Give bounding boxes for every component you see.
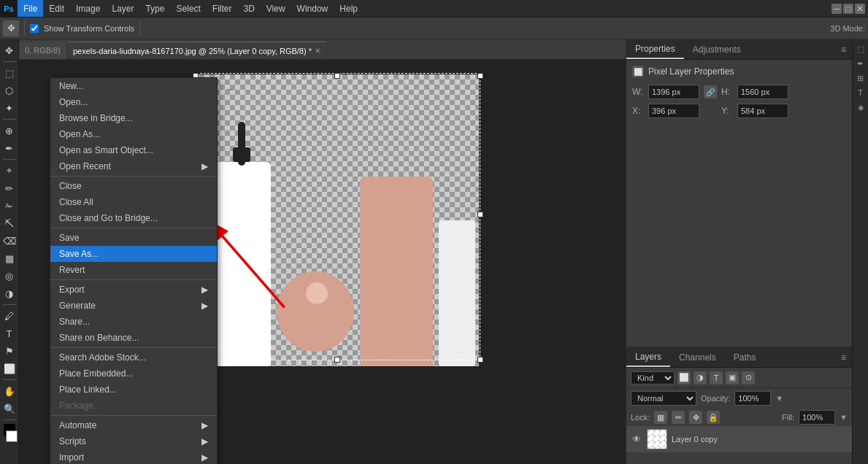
menu-item-automate[interactable]: Automate▶ <box>50 417 217 433</box>
lock-position-btn[interactable]: ✥ <box>689 411 702 424</box>
h-input[interactable] <box>737 85 788 99</box>
menu-item-share-behance[interactable]: Share on Behance... <box>50 330 217 346</box>
fill-arrow[interactable]: ▼ <box>840 413 848 422</box>
menu-item-save[interactable]: Save <box>50 230 217 246</box>
maximize-button[interactable]: □ <box>843 4 853 14</box>
menu-filter[interactable]: Filter <box>207 0 238 17</box>
transform-controls-checkbox[interactable] <box>30 24 39 33</box>
tool-move[interactable]: ✥ <box>1 42 18 58</box>
layers-filter-pixel[interactable]: ⬜ <box>677 371 691 384</box>
side-icon-3[interactable]: ⊞ <box>854 71 867 85</box>
tool-pen[interactable]: 🖊 <box>1 308 18 324</box>
side-icon-1[interactable]: ⬚ <box>854 42 867 55</box>
tab-channels[interactable]: Channels <box>670 347 725 367</box>
menu-item-generate[interactable]: Generate▶ <box>50 298 217 314</box>
tab-layers[interactable]: Layers <box>626 347 670 367</box>
tool-eyedropper[interactable]: ✒ <box>1 140 18 156</box>
selection-handle-br[interactable] <box>477 357 483 363</box>
tool-blur[interactable]: ◎ <box>1 268 18 284</box>
side-icon-5[interactable]: ◈ <box>854 101 867 114</box>
tool-lasso[interactable]: ⬡ <box>1 82 18 98</box>
w-input[interactable] <box>648 85 699 99</box>
selection-handle-mr[interactable] <box>477 212 483 217</box>
selection-handle-bm[interactable] <box>334 357 340 363</box>
tab-adjustments[interactable]: Adjustments <box>684 39 750 59</box>
tool-eraser[interactable]: ⌫ <box>1 233 18 249</box>
menu-item-open-recent[interactable]: Open Recent▶ <box>50 158 217 174</box>
minimize-button[interactable]: ─ <box>831 4 842 14</box>
tool-gradient[interactable]: ▦ <box>1 250 18 266</box>
tool-brush[interactable]: ✏ <box>1 180 18 196</box>
layer-visibility-btn[interactable]: 👁 <box>631 433 642 445</box>
menu-help[interactable]: Help <box>334 0 364 17</box>
selection-handle-tm[interactable] <box>334 73 340 79</box>
menu-item-close-all[interactable]: Close All <box>50 194 217 210</box>
properties-panel-menu[interactable]: ≡ <box>835 45 852 55</box>
y-input[interactable] <box>737 104 788 118</box>
menu-item-scripts[interactable]: Scripts▶ <box>50 433 217 449</box>
menu-view[interactable]: View <box>261 0 291 17</box>
tool-path[interactable]: ⚑ <box>1 343 18 359</box>
layers-filter-type[interactable]: T <box>710 371 723 384</box>
x-input[interactable] <box>648 104 699 118</box>
menu-item-place-embedded[interactable]: Place Embedded... <box>50 366 217 382</box>
menu-edit[interactable]: Edit <box>43 0 70 17</box>
menu-window[interactable]: Window <box>291 0 334 17</box>
tab-properties[interactable]: Properties <box>626 39 684 59</box>
tool-select[interactable]: ✦ <box>1 100 18 116</box>
side-icon-2[interactable]: ✒ <box>854 57 867 70</box>
tab-1[interactable]: 0, RGB/8) <box>19 42 67 59</box>
menu-file[interactable]: File <box>18 0 43 17</box>
wh-link-icon[interactable]: 🔗 <box>704 85 717 98</box>
tab-paths[interactable]: Paths <box>725 347 765 367</box>
menu-item-close-go-bridge[interactable]: Close and Go to Bridge... <box>50 210 217 226</box>
menu-item-close[interactable]: Close <box>50 178 217 194</box>
menu-3d[interactable]: 3D <box>237 0 260 17</box>
menu-item-save-as[interactable]: Save As... <box>50 246 217 262</box>
layers-filter-shape[interactable]: ▣ <box>726 371 739 384</box>
tool-healing[interactable]: ⌖ <box>1 163 18 179</box>
tool-history[interactable]: ⛏ <box>1 215 18 231</box>
menu-layer[interactable]: Layer <box>106 0 139 17</box>
tool-marquee[interactable]: ⬚ <box>1 65 18 81</box>
tool-clone[interactable]: ✁ <box>1 198 18 214</box>
selection-handle-tr[interactable] <box>477 73 483 79</box>
close-button[interactable]: ✕ <box>855 4 865 14</box>
menu-image[interactable]: Image <box>70 0 106 17</box>
background-color[interactable] <box>6 430 18 442</box>
menu-item-open-as[interactable]: Open As... <box>50 126 217 142</box>
tool-dodge[interactable]: ◑ <box>1 285 18 301</box>
tool-crop[interactable]: ⊕ <box>1 123 18 139</box>
menu-item-new[interactable]: New... <box>50 78 217 94</box>
lock-transparent-btn[interactable]: ▦ <box>654 411 667 424</box>
menu-item-import[interactable]: Import▶ <box>50 449 217 464</box>
tool-type[interactable]: T <box>1 325 18 341</box>
opacity-input[interactable] <box>734 391 771 406</box>
layers-panel-menu[interactable]: ≡ <box>835 352 852 363</box>
menu-item-browse-bridge[interactable]: Browse in Bridge... <box>50 110 217 126</box>
menu-item-open-smart[interactable]: Open as Smart Object... <box>50 142 217 158</box>
layers-filter-adjust[interactable]: ◑ <box>694 371 707 384</box>
lock-all-btn[interactable]: 🔒 <box>707 411 720 424</box>
menu-item-revert[interactable]: Revert <box>50 262 217 278</box>
layers-filter-smart[interactable]: ⊙ <box>742 371 755 384</box>
menu-type[interactable]: Type <box>139 0 170 17</box>
opacity-arrow[interactable]: ▼ <box>775 394 783 403</box>
tool-hand[interactable]: ✋ <box>1 383 18 399</box>
tool-zoom[interactable]: 🔍 <box>1 401 18 417</box>
blend-mode-select[interactable]: Normal <box>631 391 696 406</box>
menu-item-place-linked[interactable]: Place Linked... <box>50 382 217 398</box>
menu-item-open[interactable]: Open... <box>50 94 217 110</box>
move-tool-icon[interactable]: ✥ <box>3 20 19 36</box>
menu-select[interactable]: Select <box>170 0 206 17</box>
fill-input[interactable] <box>799 410 835 425</box>
tab-2[interactable]: pexels-daria-liudnaya-8167170.jpg @ 25% … <box>67 42 327 59</box>
layers-kind-select[interactable]: Kind <box>631 371 675 384</box>
lock-image-btn[interactable]: ✏ <box>672 411 685 424</box>
menu-item-export[interactable]: Export▶ <box>50 282 217 298</box>
menu-item-share[interactable]: Share... <box>50 314 217 330</box>
menu-item-search-stock[interactable]: Search Adobe Stock... <box>50 349 217 366</box>
tab-2-close[interactable]: ✕ <box>315 47 320 55</box>
tool-shape[interactable]: ⬜ <box>1 360 18 376</box>
side-icon-4[interactable]: T <box>854 86 867 99</box>
